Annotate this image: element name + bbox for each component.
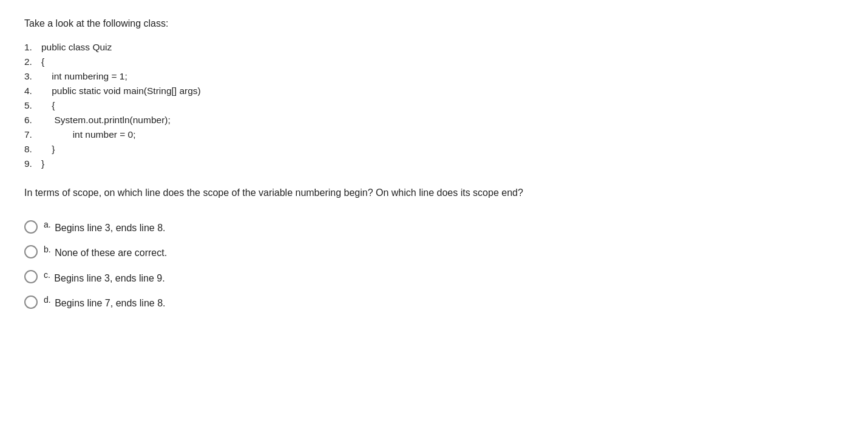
code-line: 1.public class Quiz xyxy=(24,40,844,55)
line-content: public class Quiz xyxy=(41,40,112,55)
code-line: 7. int number = 0; xyxy=(24,127,844,142)
option-label-a: a. Begins line 3, ends line 8. xyxy=(44,220,165,234)
option-radio-b[interactable] xyxy=(24,245,38,258)
option-item[interactable]: c. Begins line 3, ends line 9. xyxy=(24,270,844,284)
option-item[interactable]: a. Begins line 3, ends line 8. xyxy=(24,220,844,234)
line-number: 4. xyxy=(24,84,41,98)
option-item[interactable]: d. Begins line 7, ends line 8. xyxy=(24,295,844,309)
line-number: 3. xyxy=(24,69,41,84)
line-content: { xyxy=(41,98,55,113)
option-label-c: c. Begins line 3, ends line 9. xyxy=(44,270,165,284)
line-content: } xyxy=(41,142,55,157)
line-content: public static void main(String[] args) xyxy=(41,84,201,98)
option-radio-c[interactable] xyxy=(24,270,38,283)
code-line: 6. System.out.println(number); xyxy=(24,113,844,127)
line-number: 7. xyxy=(24,127,41,142)
options-list: a. Begins line 3, ends line 8.b. None of… xyxy=(24,220,844,309)
option-radio-a[interactable] xyxy=(24,220,38,234)
line-number: 2. xyxy=(24,55,41,69)
line-number: 6. xyxy=(24,113,41,127)
option-letter: a. xyxy=(44,220,51,229)
line-number: 9. xyxy=(24,157,41,171)
code-line: 5. { xyxy=(24,98,844,113)
line-number: 8. xyxy=(24,142,41,157)
option-letter: c. xyxy=(44,270,50,280)
option-item[interactable]: b. None of these are correct. xyxy=(24,245,844,258)
code-line: 4. public static void main(String[] args… xyxy=(24,84,844,98)
code-line: 3. int numbering = 1; xyxy=(24,69,844,84)
line-number: 1. xyxy=(24,40,41,55)
option-label-d: d. Begins line 7, ends line 8. xyxy=(44,295,165,309)
option-label-b: b. None of these are correct. xyxy=(44,245,167,258)
code-line: 8. } xyxy=(24,142,844,157)
line-content: int numbering = 1; xyxy=(41,69,127,84)
line-content: int number = 0; xyxy=(41,127,136,142)
line-content: } xyxy=(41,157,44,171)
line-content: { xyxy=(41,55,44,69)
code-line: 2.{ xyxy=(24,55,844,69)
intro-text: Take a look at the following class: xyxy=(24,18,844,29)
option-radio-d[interactable] xyxy=(24,295,38,309)
question-text: In terms of scope, on which line does th… xyxy=(24,186,844,200)
code-block: 1.public class Quiz2.{3. int numbering =… xyxy=(24,40,844,171)
code-line: 9.} xyxy=(24,157,844,171)
option-letter: b. xyxy=(44,245,51,254)
line-number: 5. xyxy=(24,98,41,113)
option-letter: d. xyxy=(44,295,51,305)
line-content: System.out.println(number); xyxy=(41,113,171,127)
